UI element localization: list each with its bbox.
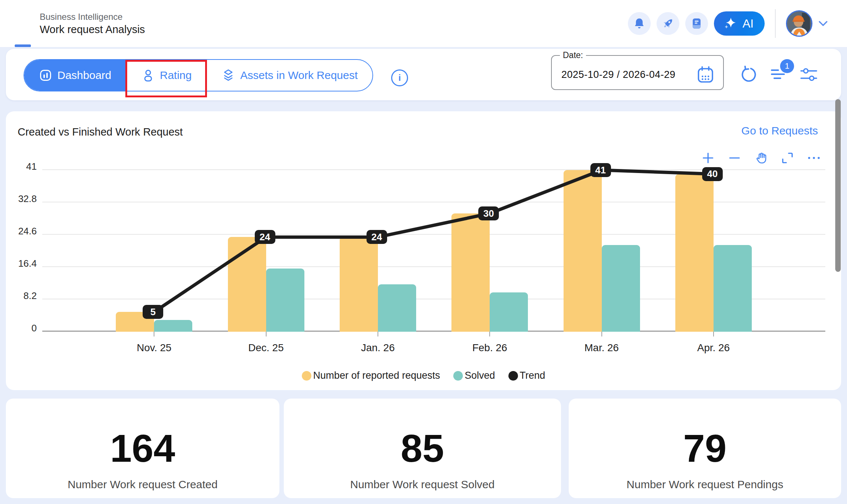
tab-dashboard[interactable]: Dashboard (24, 60, 127, 91)
top-header: Business Intelligence Work request Analy… (0, 0, 847, 47)
expand-icon (781, 152, 794, 164)
x-tick (154, 332, 154, 336)
trend-point-label-apr-26: 40 (702, 167, 723, 181)
tab-label: Rating (160, 69, 192, 82)
trend-point-label-nov-25: 5 (143, 305, 163, 319)
date-range-field[interactable]: Date: 2025-10-29 / 2026-04-29 (551, 50, 724, 90)
app-title: Business Intelligence (40, 12, 145, 22)
notifications-button[interactable] (628, 12, 651, 35)
hand-icon (754, 151, 768, 165)
scrollbar-thumb[interactable] (835, 99, 841, 272)
stat-card-created: 164 Number Work request Created (6, 399, 279, 498)
x-tick-label-mar-26: Mar. 26 (569, 342, 635, 354)
legend-item-solved[interactable]: Solved (453, 370, 495, 381)
legend-dot (453, 371, 463, 381)
tab-assets-in-work-request[interactable]: Assets in Work Request (207, 60, 372, 91)
tab-rating[interactable]: Rating (127, 60, 207, 91)
sliders-icon (800, 67, 818, 82)
trend-point-label-dec-25: 24 (255, 230, 275, 244)
date-field-label: Date: (560, 50, 586, 60)
header-titles: Business Intelligence Work request Analy… (40, 12, 145, 36)
legend-label: Solved (465, 370, 495, 381)
settings-sliders-button[interactable] (798, 64, 819, 85)
chart-legend: Number of reported requestsSolvedTrend (6, 370, 841, 381)
legend-dot (508, 371, 518, 381)
y-tick-label: 32.8 (6, 194, 37, 204)
stat-value: 164 (110, 428, 175, 469)
x-tick (713, 332, 714, 336)
stat-value: 79 (683, 428, 727, 469)
tab-group: Dashboard Rating Assets in Work Request (24, 59, 373, 91)
x-tick (489, 332, 490, 336)
pan-button[interactable] (754, 151, 768, 165)
legend-label: Number of reported requests (313, 370, 440, 381)
more-options-button[interactable] (807, 151, 821, 165)
minus-icon (728, 152, 741, 164)
info-icon-glyph: i (399, 73, 401, 83)
panel-tools: 1 (738, 64, 819, 85)
go-to-requests-link[interactable]: Go to Requests (741, 125, 818, 137)
tab-label: Dashboard (57, 69, 111, 82)
stat-card-solved: 85 Number Work request Solved (284, 399, 561, 498)
rocket-button[interactable] (657, 12, 679, 35)
refresh-icon (740, 66, 757, 83)
refresh-button[interactable] (738, 64, 759, 85)
y-tick-label: 24.6 (6, 226, 37, 236)
layers-icon (222, 69, 235, 82)
y-tick-label: 0 (6, 323, 37, 333)
chart-card: Created vs Finished Work Request Go to R… (6, 111, 841, 390)
docs-button[interactable] (685, 12, 708, 35)
x-tick (266, 332, 267, 336)
x-tick (601, 332, 602, 336)
stat-value: 85 (401, 428, 444, 469)
stat-label: Number Work request Created (68, 478, 218, 491)
app-root: Business Intelligence Work request Analy… (0, 0, 847, 504)
y-tick-label: 41 (6, 161, 37, 172)
x-axis: Nov. 25Dec. 25Jan. 26Feb. 26Mar. 26Apr. … (42, 342, 825, 357)
x-tick-label-apr-26: Apr. 26 (680, 342, 747, 354)
x-tick (378, 332, 378, 336)
stat-card-pendings: 79 Number Work request Pendings (569, 399, 841, 498)
zoom-in-button[interactable] (701, 151, 715, 165)
tab-label: Assets in Work Request (240, 69, 358, 82)
header-actions: AI (628, 0, 828, 47)
ai-assistant-button[interactable]: AI (714, 11, 765, 36)
tabs-panel: Dashboard Rating Assets in Work Request (6, 49, 841, 100)
page-title: Work request Analysis (40, 24, 145, 36)
sparkle-icon (723, 16, 737, 31)
stat-label: Number Work request Solved (350, 478, 495, 491)
account-menu-button[interactable] (818, 21, 828, 26)
rocket-icon (662, 17, 674, 30)
date-range-value[interactable]: 2025-10-29 / 2026-04-29 (552, 69, 675, 80)
ellipsis-icon (807, 156, 821, 160)
reset-zoom-button[interactable] (780, 151, 794, 165)
filter-badge: 1 (780, 59, 794, 73)
bell-icon (633, 17, 646, 30)
info-icon[interactable]: i (391, 69, 408, 86)
legend-item-number-of-reported-requests[interactable]: Number of reported requests (302, 370, 440, 381)
x-tick-label-dec-25: Dec. 25 (233, 342, 299, 354)
ai-button-label: AI (743, 17, 754, 30)
x-tick-label-jan-26: Jan. 26 (345, 342, 411, 354)
trend-point-label-feb-26: 30 (478, 206, 499, 220)
user-avatar[interactable] (786, 10, 812, 37)
calendar-icon[interactable] (696, 65, 715, 84)
legend-item-trend[interactable]: Trend (508, 370, 546, 381)
x-tick-label-nov-25: Nov. 25 (121, 342, 187, 354)
plot-area: 52424304140 (42, 170, 825, 332)
header-divider (775, 9, 776, 38)
dashboard-icon (39, 69, 52, 82)
x-tick-label-feb-26: Feb. 26 (457, 342, 523, 354)
document-icon (690, 17, 703, 30)
person-icon (142, 69, 155, 82)
worker-avatar-image (787, 11, 811, 36)
y-tick-label: 8.2 (6, 291, 37, 301)
trend-point-label-mar-26: 41 (590, 163, 611, 177)
chart-title: Created vs Finished Work Request (18, 126, 183, 138)
y-tick-label: 16.4 (6, 258, 37, 269)
filter-button[interactable]: 1 (768, 64, 789, 85)
legend-dot (302, 371, 311, 381)
zoom-out-button[interactable] (728, 151, 741, 165)
stat-label: Number Work request Pendings (626, 478, 783, 491)
chart-toolbar (701, 151, 821, 165)
